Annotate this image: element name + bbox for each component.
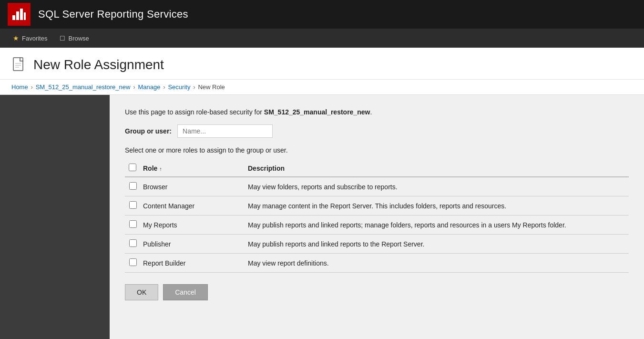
role-desc-cell: May manage content in the Report Server.… bbox=[244, 196, 629, 216]
header-checkbox-cell bbox=[125, 160, 139, 177]
role-checkbox-my-reports[interactable] bbox=[129, 220, 137, 228]
field-row: Group or user: bbox=[125, 124, 629, 138]
sidebar bbox=[0, 95, 110, 339]
row-checkbox-cell bbox=[125, 216, 139, 235]
content-area: Use this page to assign role-based secur… bbox=[110, 95, 644, 339]
breadcrumb-current: New Role bbox=[198, 83, 225, 91]
nav-bar: ★ Favorites ☐ Browse bbox=[0, 29, 644, 48]
col-desc-header: Description bbox=[244, 160, 629, 177]
table-row: Publisher May publish reports and linked… bbox=[125, 235, 629, 254]
main-layout: Use this page to assign role-based secur… bbox=[0, 95, 644, 339]
table-row: Content Manager May manage content in th… bbox=[125, 196, 629, 216]
svg-rect-0 bbox=[12, 15, 15, 20]
table-header-row: Role↑ Description bbox=[125, 160, 629, 177]
description-text: Use this page to assign role-based secur… bbox=[125, 108, 629, 116]
role-checkbox-publisher[interactable] bbox=[129, 239, 137, 247]
field-label: Group or user: bbox=[125, 127, 172, 135]
nav-browse[interactable]: ☐ Browse bbox=[54, 32, 94, 44]
breadcrumb-sep-4: › bbox=[193, 84, 195, 91]
group-user-input[interactable] bbox=[177, 124, 273, 138]
svg-rect-2 bbox=[20, 9, 23, 20]
page-title: New Role Assignment bbox=[33, 57, 164, 72]
star-icon: ★ bbox=[13, 34, 19, 42]
breadcrumb-home[interactable]: Home bbox=[11, 83, 28, 91]
row-checkbox-cell bbox=[125, 196, 139, 216]
col-role-header: Role↑ bbox=[139, 160, 244, 177]
breadcrumb: Home › SM_512_25_manual_restore_new › Ma… bbox=[0, 80, 644, 95]
role-name-cell: Report Builder bbox=[139, 254, 244, 273]
button-row: OK Cancel bbox=[125, 284, 629, 300]
role-name-cell: Publisher bbox=[139, 235, 244, 254]
svg-rect-4 bbox=[13, 58, 23, 71]
role-desc-cell: May view report definitions. bbox=[244, 254, 629, 273]
select-all-checkbox[interactable] bbox=[129, 164, 136, 171]
row-checkbox-cell bbox=[125, 177, 139, 196]
role-name-cell: Browser bbox=[139, 177, 244, 196]
role-name-cell: My Reports bbox=[139, 216, 244, 235]
select-instruction: Select one or more roles to assign to th… bbox=[125, 146, 629, 154]
header-bar: SQL Server Reporting Services bbox=[0, 0, 644, 29]
description-suffix: . bbox=[370, 108, 372, 116]
table-row: Browser May view folders, reports and su… bbox=[125, 177, 629, 196]
role-checkbox-browser[interactable] bbox=[129, 182, 137, 190]
description-prefix: Use this page to assign role-based secur… bbox=[125, 108, 264, 116]
nav-favorites[interactable]: ★ Favorites bbox=[8, 32, 52, 44]
breadcrumb-sep-2: › bbox=[133, 84, 135, 91]
row-checkbox-cell bbox=[125, 254, 139, 273]
ok-button[interactable]: OK bbox=[125, 284, 158, 300]
app-title: SQL Server Reporting Services bbox=[38, 8, 188, 21]
breadcrumb-manage[interactable]: Manage bbox=[138, 83, 160, 91]
breadcrumb-sep-1: › bbox=[31, 84, 33, 91]
role-checkbox-report-builder[interactable] bbox=[129, 258, 137, 266]
nav-favorites-label: Favorites bbox=[22, 35, 47, 42]
role-desc-cell: May view folders, reports and subscribe … bbox=[244, 177, 629, 196]
row-checkbox-cell bbox=[125, 235, 139, 254]
role-desc-cell: May publish reports and linked reports; … bbox=[244, 216, 629, 235]
breadcrumb-security[interactable]: Security bbox=[168, 83, 190, 91]
browse-icon: ☐ bbox=[60, 35, 65, 42]
sort-arrow: ↑ bbox=[159, 166, 162, 172]
breadcrumb-sep-3: › bbox=[163, 84, 165, 91]
svg-rect-1 bbox=[16, 11, 19, 20]
table-row: My Reports May publish reports and linke… bbox=[125, 216, 629, 235]
role-checkbox-content-manager[interactable] bbox=[129, 201, 137, 209]
chart-icon bbox=[11, 7, 27, 22]
cancel-button[interactable]: Cancel bbox=[163, 284, 208, 300]
document-icon bbox=[11, 57, 27, 72]
roles-table: Role↑ Description Browser May view folde… bbox=[125, 160, 629, 273]
description-bold: SM_512_25_manual_restore_new bbox=[264, 108, 370, 116]
table-row: Report Builder May view report definitio… bbox=[125, 254, 629, 273]
page-title-area: New Role Assignment bbox=[0, 48, 644, 80]
role-desc-cell: May publish reports and linked reports t… bbox=[244, 235, 629, 254]
app-logo bbox=[8, 3, 31, 26]
nav-browse-label: Browse bbox=[68, 35, 89, 42]
breadcrumb-folder[interactable]: SM_512_25_manual_restore_new bbox=[36, 83, 131, 91]
svg-rect-3 bbox=[24, 12, 26, 20]
role-name-cell: Content Manager bbox=[139, 196, 244, 216]
